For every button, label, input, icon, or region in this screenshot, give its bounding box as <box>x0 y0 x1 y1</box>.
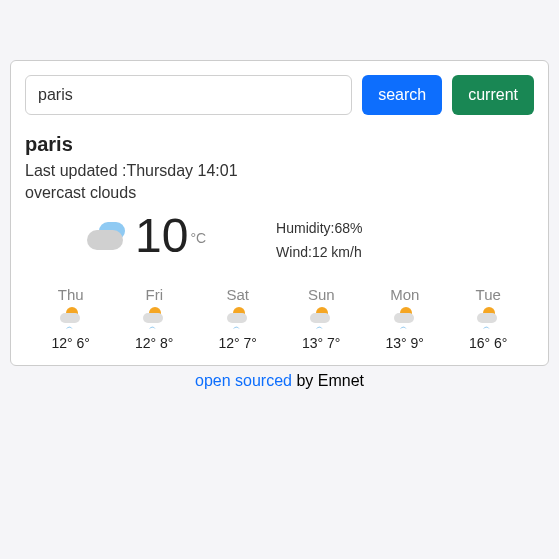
search-button[interactable]: search <box>362 75 442 115</box>
open-sourced-link[interactable]: open sourced <box>195 372 292 389</box>
forecast-temps: 13° 7° <box>280 335 364 351</box>
forecast-day: Thu ෴ 12° 6° <box>29 286 113 351</box>
partly-cloudy-rain-icon: ෴ <box>392 307 418 329</box>
search-input[interactable] <box>25 75 352 115</box>
forecast-day: Sat ෴ 12° 7° <box>196 286 280 351</box>
temperature-block: 10 °C <box>85 212 206 260</box>
city-name: paris <box>25 133 534 156</box>
temperature-unit: °C <box>190 230 206 246</box>
forecast-day-label: Mon <box>363 286 447 303</box>
partly-cloudy-rain-icon: ෴ <box>225 307 251 329</box>
last-updated: Last updated :Thursday 14:01 <box>25 162 534 180</box>
current-button[interactable]: current <box>452 75 534 115</box>
weather-card: search current paris Last updated :Thurs… <box>10 60 549 366</box>
weather-description: overcast clouds <box>25 184 534 202</box>
forecast-row: Thu ෴ 12° 6° Fri ෴ 12° 8° Sat ෴ 12° 7° S… <box>25 286 534 351</box>
forecast-day-label: Sat <box>196 286 280 303</box>
forecast-temps: 16° 6° <box>447 335 531 351</box>
temperature-value: 10 <box>135 212 188 260</box>
forecast-day-label: Tue <box>447 286 531 303</box>
forecast-temps: 12° 8° <box>113 335 197 351</box>
partly-cloudy-rain-icon: ෴ <box>475 307 501 329</box>
partly-cloudy-rain-icon: ෴ <box>141 307 167 329</box>
forecast-temps: 13° 9° <box>363 335 447 351</box>
forecast-day-label: Sun <box>280 286 364 303</box>
wind: Wind:12 km/h <box>276 244 362 260</box>
search-row: search current <box>25 75 534 115</box>
forecast-temps: 12° 6° <box>29 335 113 351</box>
forecast-day: Mon ෴ 13° 9° <box>363 286 447 351</box>
forecast-day: Sun ෴ 13° 7° <box>280 286 364 351</box>
cloud-icon <box>85 220 129 252</box>
forecast-day-label: Thu <box>29 286 113 303</box>
forecast-day-label: Fri <box>113 286 197 303</box>
forecast-day: Tue ෴ 16° 6° <box>447 286 531 351</box>
humidity: Humidity:68% <box>276 220 362 236</box>
footer-author: by Emnet <box>292 372 364 389</box>
footer: open sourced by Emnet <box>10 372 549 390</box>
partly-cloudy-rain-icon: ෴ <box>308 307 334 329</box>
partly-cloudy-rain-icon: ෴ <box>58 307 84 329</box>
weather-info: Humidity:68% Wind:12 km/h <box>276 220 362 268</box>
forecast-day: Fri ෴ 12° 8° <box>113 286 197 351</box>
current-weather-row: 10 °C Humidity:68% Wind:12 km/h <box>25 212 534 268</box>
forecast-temps: 12° 7° <box>196 335 280 351</box>
